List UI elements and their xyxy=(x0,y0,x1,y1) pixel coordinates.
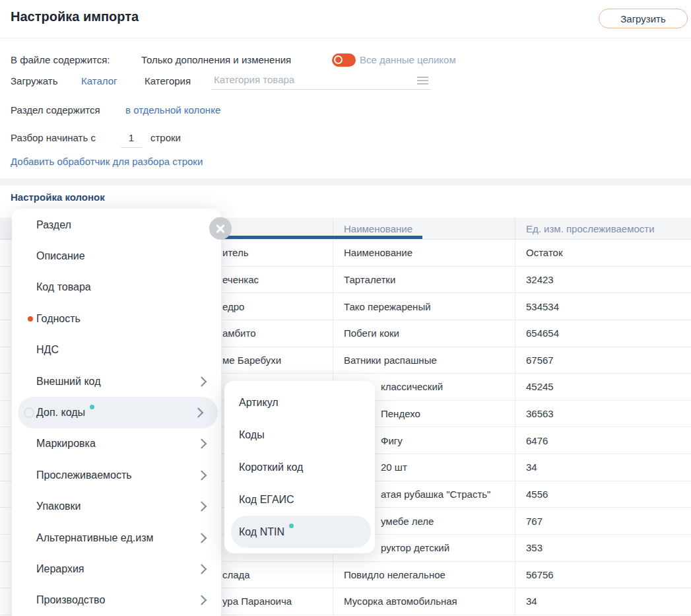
menu-item[interactable]: Упаковки xyxy=(12,491,221,522)
teal-dot-icon xyxy=(289,524,294,528)
menu-item-label: Производство xyxy=(36,594,105,606)
menu-item-label: Описание xyxy=(36,250,85,262)
cell-c3: 32423 xyxy=(515,267,691,293)
close-menu-button[interactable] xyxy=(209,217,232,240)
menu-item-label: Доп. коды xyxy=(36,407,85,419)
cell-c3: 767 xyxy=(515,508,691,534)
menu-item-label: Код товара xyxy=(36,281,91,293)
menu-item-label: Прослеживаемость xyxy=(36,469,132,481)
radio-circle-icon xyxy=(24,407,34,418)
menu-item-label: Альтернативные ед.изм xyxy=(36,532,153,544)
category-input[interactable] xyxy=(211,69,431,90)
page-title: Настройка импорта xyxy=(11,9,139,24)
file-contains-label: В файле содержится: xyxy=(11,54,110,66)
cell-c3: Остаток xyxy=(515,240,691,266)
load-target-link[interactable]: Каталог xyxy=(81,75,117,87)
menu-item-label: Артикул xyxy=(239,397,279,409)
data-mode-toggle[interactable] xyxy=(332,53,356,67)
menu-item[interactable]: Маркировка xyxy=(12,428,221,460)
menu-item[interactable]: Производство xyxy=(12,585,221,616)
columns-section-title: Настройка колонок xyxy=(11,191,105,203)
chevron-right-icon xyxy=(197,470,207,481)
submenu-item[interactable]: Код NTIN xyxy=(231,516,371,548)
menu-item-label: Код NTIN xyxy=(239,526,284,538)
codes-submenu: АртикулКодыКороткий кодКод ЕГАИСКод NTIN xyxy=(224,381,375,553)
teal-dot-icon xyxy=(90,405,94,409)
option-all-data-label[interactable]: Все данные целиком xyxy=(360,54,456,66)
section-mode-link[interactable]: в отдельной колонке xyxy=(125,104,220,116)
cell-c2: Повидло нелегальное xyxy=(333,562,515,588)
submenu-item[interactable]: Артикул xyxy=(224,386,375,419)
chevron-right-icon xyxy=(197,596,207,606)
menu-item-label: Код ЕГАИС xyxy=(239,494,294,506)
column-config-menu: РазделОписаниеКод товараГодностьНДСВнешн… xyxy=(12,209,221,616)
cell-c3: 34 xyxy=(515,454,691,481)
cell-c2: Тако пережареный xyxy=(333,293,515,320)
load-label: Загружать xyxy=(11,75,57,87)
menu-item-label: Короткий код xyxy=(239,462,303,473)
cell-c2: Ватники распашные xyxy=(333,347,515,374)
column-header-unit[interactable]: Ед. изм. прослеживаемости xyxy=(515,218,691,239)
submenu-item[interactable]: Короткий код xyxy=(224,451,375,483)
option-additions-label[interactable]: Только дополнения и изменения xyxy=(141,54,291,66)
chevron-right-icon xyxy=(193,407,204,418)
menu-item-label: Раздел xyxy=(36,219,71,231)
cell-c3: 6476 xyxy=(515,427,691,454)
section-gap xyxy=(0,178,691,186)
parse-start-suffix: строки xyxy=(150,132,181,144)
menu-item[interactable]: Прослеживаемость xyxy=(12,460,221,491)
menu-item[interactable]: Годность xyxy=(12,303,221,334)
chevron-right-icon xyxy=(197,533,207,543)
parse-start-label: Разбор начинать с xyxy=(11,132,96,144)
cell-c3: 56756 xyxy=(515,562,691,588)
menu-item-label: Внешний код xyxy=(36,376,100,388)
menu-item[interactable]: Альтернативные ед.изм xyxy=(12,522,221,553)
chevron-right-icon xyxy=(197,501,207,512)
menu-item[interactable]: Доп. коды xyxy=(18,397,218,428)
orange-bullet-icon xyxy=(28,316,33,322)
cell-c2: Побеги коки xyxy=(333,320,515,347)
menu-item[interactable]: НДС xyxy=(12,335,221,366)
cell-c3: 534534 xyxy=(515,293,691,320)
menu-item[interactable]: Раздел xyxy=(12,209,221,240)
menu-item[interactable]: Код товара xyxy=(12,272,221,303)
menu-item[interactable]: Внешний код xyxy=(12,366,221,397)
menu-item[interactable]: Описание xyxy=(12,240,221,271)
cell-c2: Наименование xyxy=(333,240,515,266)
menu-item[interactable]: Иерархия xyxy=(12,553,221,584)
cell-c2: Тарталетки xyxy=(333,267,515,293)
chevron-right-icon xyxy=(197,564,207,574)
chevron-right-icon xyxy=(197,376,207,387)
select-lines-icon[interactable] xyxy=(417,77,428,78)
menu-item-label: НДС xyxy=(36,344,59,356)
section-contains-label: Раздел содержится xyxy=(11,104,100,116)
chevron-right-icon xyxy=(197,439,207,450)
category-label: Категория xyxy=(145,75,191,87)
cell-c3: 45245 xyxy=(515,374,691,400)
header-divider xyxy=(0,38,691,38)
cell-c3: 4556 xyxy=(515,481,691,508)
parse-start-row-input[interactable] xyxy=(121,128,142,148)
toggle-knob-icon xyxy=(334,55,343,64)
cell-c3: 36563 xyxy=(515,401,691,427)
menu-item-label: Упаковки xyxy=(36,500,81,512)
cell-c3: 67567 xyxy=(515,347,691,374)
menu-item-label: Коды xyxy=(239,429,265,441)
add-handler-link[interactable]: Добавить обработчик для разбора строки xyxy=(11,156,203,168)
cell-c3: 34 xyxy=(515,588,691,615)
cell-c2: Мусорка автомобильная xyxy=(333,588,515,615)
menu-item-label: Маркировка xyxy=(36,438,96,450)
upload-button[interactable]: Загрузить xyxy=(599,9,688,28)
import-settings-page: Настройка импорта Загрузить В файле соде… xyxy=(0,0,691,616)
menu-item-label: Иерархия xyxy=(36,563,84,575)
submenu-item[interactable]: Код ЕГАИС xyxy=(224,483,375,516)
cell-c3: 353 xyxy=(515,535,691,561)
submenu-item[interactable]: Коды xyxy=(224,419,375,451)
menu-item-label: Годность xyxy=(36,313,81,325)
cell-c3: 654654 xyxy=(515,320,691,347)
